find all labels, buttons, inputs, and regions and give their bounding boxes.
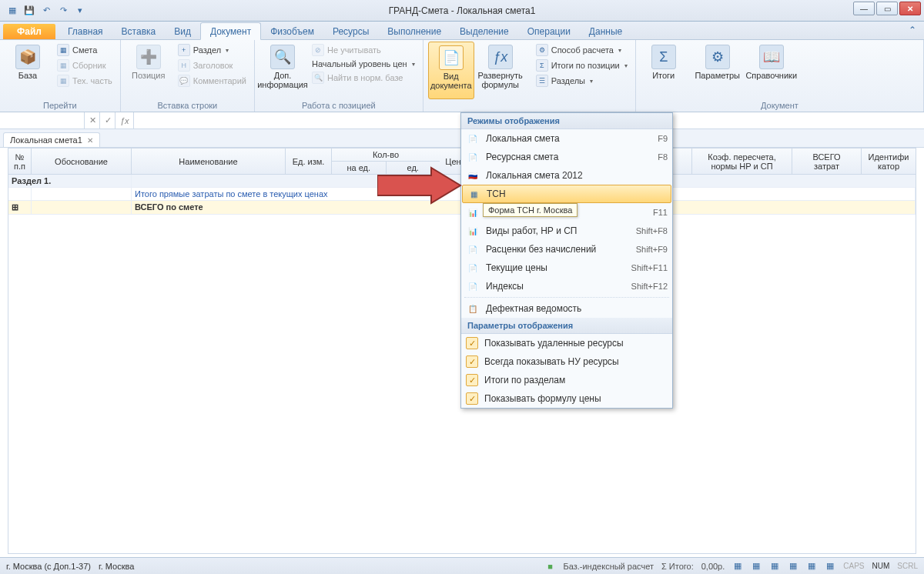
calc-mode: Баз.-индексный расчет (563, 562, 653, 571)
initial-price-button[interactable]: Начальный уровень цен▾ (309, 58, 418, 69)
menu-check-price-formula[interactable]: ✓Показывать формулу цены (461, 389, 672, 408)
menu-item-tsn[interactable]: ▦ТСН (462, 185, 671, 203)
doc-icon: 📄 (466, 132, 480, 145)
menu-check-deleted[interactable]: ✓Показывать удаленные ресурсы (461, 334, 672, 352)
qat-dropdown-icon[interactable]: ▾ (74, 5, 86, 17)
col-coef[interactable]: Коэф. пересчета, нормы НР и СП (692, 149, 792, 174)
window-controls: — ▭ ✕ (853, 2, 921, 15)
tab-main[interactable]: Главная (59, 23, 112, 39)
tab-selection[interactable]: Выделение (450, 23, 518, 39)
maximize-button[interactable]: ▭ (876, 2, 898, 15)
position-button[interactable]: ➕ Позиция (126, 42, 172, 99)
document-view-button[interactable]: 📄 Вид документа (428, 42, 474, 99)
grid-icon: ▦ (467, 188, 480, 200)
tab-volume[interactable]: Физобъем (261, 23, 323, 39)
document-tab[interactable]: Локальная смета1 ✕ (3, 132, 100, 147)
col-unit[interactable]: Ед. изм. (286, 149, 332, 174)
sigma-icon: Σ (651, 45, 676, 69)
check-icon: ✓ (466, 337, 478, 349)
menu-item-work-types[interactable]: 📊Виды работ, НР и СПShift+F8 (461, 222, 672, 240)
refs-button[interactable]: 📖Справочники (748, 42, 795, 99)
tab-operations[interactable]: Операции (518, 23, 580, 39)
tab-view[interactable]: Вид (165, 23, 200, 39)
col-num[interactable]: № п.п (8, 149, 32, 174)
group-work-label: Работа с позицией (259, 99, 418, 112)
col-total[interactable]: ВСЕГО затрат (792, 149, 862, 174)
sbornik-button[interactable]: ▦Сборник (54, 58, 116, 72)
params-button[interactable]: ⚙Параметры (695, 42, 741, 99)
col-qty[interactable]: Кол-во (332, 149, 440, 162)
group-goto-label: Перейти (5, 99, 116, 112)
menu-check-nu[interactable]: ✓Всегда показывать НУ ресурсы (461, 352, 672, 371)
search-icon: 🔍 (270, 45, 295, 69)
tab-insert[interactable]: Вставка (112, 23, 166, 39)
razdel-button[interactable]: +Раздел▾ (175, 43, 249, 57)
totals-button[interactable]: ΣИтоги (641, 42, 687, 99)
menu-check-section-totals[interactable]: ✓Итоги по разделам (461, 371, 672, 389)
pos-totals-button[interactable]: ΣИтоги по позиции▾ (533, 58, 631, 72)
tab-file[interactable]: Файл (3, 24, 55, 39)
expand-formulas-button[interactable]: ƒx Развернуть формулы (477, 42, 524, 99)
menu-item-defect[interactable]: 📋Дефектная ведомость (461, 299, 672, 318)
techpart-button[interactable]: ▦Тех. часть (54, 74, 116, 88)
col-qty-total[interactable]: ед. (387, 162, 440, 174)
chart-icon: 📊 (466, 206, 480, 219)
status-icon[interactable]: ▦ (751, 561, 762, 572)
status-icon[interactable]: ▦ (788, 561, 798, 572)
undo-icon[interactable]: ↶ (40, 5, 52, 17)
minimize-button[interactable]: — (853, 2, 875, 15)
base-button[interactable]: 📦 База (5, 42, 51, 99)
menu-separator (464, 297, 669, 298)
close-tab-icon[interactable]: ✕ (87, 136, 93, 145)
header-icon: H (178, 59, 190, 72)
group-work-position: 🔍 Доп. информация ⊘Не учитывать Начальны… (255, 40, 424, 112)
row-link[interactable]: Итого прямые затраты по смете в текущих … (135, 189, 328, 199)
fx-icon: ƒx (488, 45, 513, 69)
menu-item-tsn-moscow[interactable]: 📊 Форма ТСН г. Москва F11 (461, 203, 672, 222)
fx-confirm[interactable]: ✓ (100, 112, 116, 128)
header-button[interactable]: HЗаголовок (175, 58, 249, 72)
status-region2: г. Москва (99, 562, 134, 571)
find-icon: 🔍 (312, 72, 324, 84)
name-box[interactable] (0, 112, 85, 128)
fx-cancel[interactable]: ✕ (85, 112, 100, 128)
calc-method-button[interactable]: ⚙Способ расчета▾ (533, 43, 631, 57)
status-icon[interactable]: ▦ (806, 561, 817, 572)
smeta-button[interactable]: ▦Смета (54, 43, 116, 57)
num-indicator: NUM (872, 562, 890, 570)
menu-item-resource[interactable]: 📄Ресурсная сметаF8 (461, 148, 672, 166)
col-id[interactable]: Идентифи катор (862, 149, 916, 174)
sections-button[interactable]: ☰Разделы▾ (533, 74, 631, 88)
ignore-button[interactable]: ⊘Не учитывать (309, 43, 418, 57)
find-norm-button[interactable]: 🔍Найти в норм. базе (309, 71, 418, 85)
col-name[interactable]: Наименование (132, 149, 286, 174)
status-icon[interactable]: ▦ (769, 561, 780, 572)
menu-item-local2012[interactable]: 🇷🇺Локальная смета 2012 (461, 166, 672, 185)
tech-icon: ▦ (57, 75, 69, 87)
view-mode-menu: Режимы отображения 📄Локальная сметаF9 📄Р… (460, 112, 673, 409)
status-icon[interactable]: ▦ (825, 561, 835, 572)
menu-item-no-charges[interactable]: 📄Расценки без начисленийShift+F9 (461, 240, 672, 259)
menu-item-local[interactable]: 📄Локальная сметаF9 (461, 129, 672, 148)
doc-icon: 📄 (466, 280, 480, 292)
tab-resources[interactable]: Ресурсы (323, 23, 378, 39)
menu-item-current-prices[interactable]: 📄Текущие ценыShift+F11 (461, 259, 672, 277)
close-button[interactable]: ✕ (899, 2, 921, 15)
redo-icon[interactable]: ↷ (57, 5, 69, 17)
ribbon-collapse-icon[interactable]: ⌃ (909, 25, 916, 35)
col-qty-unit[interactable]: на ед. (332, 162, 387, 174)
group-document: ΣИтоги ⚙Параметры 📖Справочники Документ (636, 40, 924, 112)
chevron-down-icon: ▾ (590, 78, 593, 85)
col-basis[interactable]: Обоснование (32, 149, 132, 174)
tab-document[interactable]: Документ (200, 22, 261, 40)
tab-data[interactable]: Данные (580, 23, 631, 39)
comment-button[interactable]: 💬Комментарий (175, 74, 249, 88)
sections-icon: ☰ (536, 75, 548, 87)
status-icon[interactable]: ▦ (732, 561, 743, 572)
totals-icon: Σ (536, 59, 548, 72)
tab-execution[interactable]: Выполнение (378, 23, 450, 39)
menu-item-indices[interactable]: 📄ИндексыShift+F12 (461, 277, 672, 295)
dopinfo-button[interactable]: 🔍 Доп. информация (259, 42, 306, 99)
save-icon[interactable]: 💾 (23, 5, 35, 17)
group-goto: 📦 База ▦Смета ▦Сборник ▦Тех. часть Перей… (0, 40, 121, 112)
